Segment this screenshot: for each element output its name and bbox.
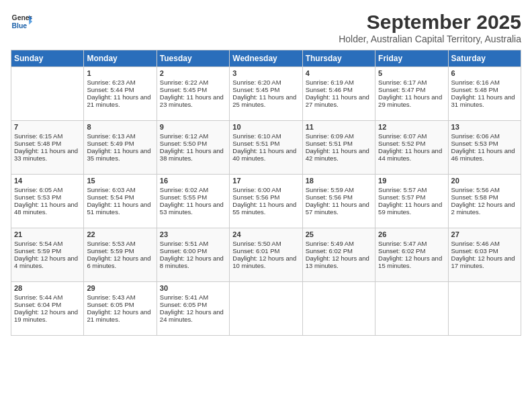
sunset-text: Sunset: 5:54 PM — [87, 193, 134, 201]
sunrise-text: Sunrise: 6:12 AM — [160, 132, 208, 140]
day-number: 12 — [378, 123, 445, 131]
sunset-text: Sunset: 5:46 PM — [306, 86, 353, 93]
sunrise-text: Sunrise: 6:02 AM — [160, 186, 208, 193]
calendar-cell: 2Sunrise: 6:22 AMSunset: 5:45 PMDaylight… — [157, 67, 229, 121]
sunrise-text: Sunrise: 6:06 AM — [451, 132, 500, 140]
daylight-text: Daylight: 11 hours and 44 minutes. — [378, 147, 442, 162]
sunrise-text: Sunrise: 5:59 AM — [306, 186, 354, 193]
sunrise-text: Sunrise: 5:50 AM — [232, 240, 281, 247]
col-header-tuesday: Tuesday — [157, 50, 229, 67]
sunrise-text: Sunrise: 6:23 AM — [87, 79, 135, 86]
calendar-cell: 17Sunrise: 6:00 AMSunset: 5:56 PMDayligh… — [230, 175, 302, 228]
daylight-text: Daylight: 11 hours and 25 minutes. — [232, 93, 296, 108]
day-number: 23 — [160, 230, 226, 238]
calendar-cell: 4Sunrise: 6:19 AMSunset: 5:46 PMDaylight… — [302, 67, 375, 121]
daylight-text: Daylight: 12 hours and 2 minutes. — [451, 201, 515, 216]
day-number: 27 — [451, 230, 518, 238]
sunset-text: Sunset: 5:45 PM — [232, 86, 279, 93]
sunset-text: Sunset: 6:05 PM — [160, 301, 207, 308]
daylight-text: Daylight: 11 hours and 38 minutes. — [160, 147, 224, 162]
day-number: 11 — [306, 123, 372, 131]
day-number: 28 — [14, 284, 81, 292]
daylight-text: Daylight: 11 hours and 21 minutes. — [87, 93, 150, 108]
daylight-text: Daylight: 12 hours and 10 minutes. — [232, 255, 296, 269]
calendar-cell: 30Sunrise: 5:41 AMSunset: 6:05 PMDayligh… — [157, 282, 229, 336]
calendar-cell: 28Sunrise: 5:44 AMSunset: 6:04 PMDayligh… — [11, 282, 84, 336]
day-number: 2 — [160, 69, 226, 77]
daylight-text: Daylight: 11 hours and 46 minutes. — [451, 147, 515, 162]
day-number: 24 — [232, 230, 299, 238]
day-number: 19 — [378, 177, 445, 185]
page-header: General Blue September 2025 Holder, Aust… — [11, 11, 521, 44]
day-number: 3 — [232, 69, 299, 77]
sunset-text: Sunset: 5:51 PM — [306, 140, 353, 147]
sunrise-text: Sunrise: 5:47 AM — [378, 240, 427, 247]
calendar-cell: 24Sunrise: 5:50 AMSunset: 6:01 PMDayligh… — [230, 228, 302, 282]
calendar-cell — [302, 282, 375, 336]
daylight-text: Daylight: 11 hours and 59 minutes. — [378, 201, 442, 216]
daylight-text: Daylight: 12 hours and 24 minutes. — [160, 308, 224, 323]
day-number: 21 — [14, 230, 81, 238]
calendar-cell: 11Sunrise: 6:09 AMSunset: 5:51 PMDayligh… — [302, 121, 375, 175]
day-number: 17 — [232, 177, 299, 185]
day-number: 30 — [160, 284, 226, 292]
sunrise-text: Sunrise: 6:09 AM — [306, 132, 354, 140]
daylight-text: Daylight: 11 hours and 23 minutes. — [160, 93, 224, 108]
col-header-saturday: Saturday — [448, 50, 521, 67]
sunset-text: Sunset: 6:03 PM — [451, 247, 498, 255]
sunset-text: Sunset: 5:50 PM — [160, 140, 207, 147]
sunset-text: Sunset: 5:49 PM — [87, 140, 134, 147]
day-number: 29 — [87, 284, 153, 292]
logo-icon: General Blue — [11, 11, 32, 32]
calendar-cell — [448, 282, 521, 336]
calendar-cell: 8Sunrise: 6:13 AMSunset: 5:49 PMDaylight… — [84, 121, 157, 175]
sunrise-text: Sunrise: 5:54 AM — [14, 240, 62, 247]
sunrise-text: Sunrise: 5:56 AM — [451, 186, 500, 193]
daylight-text: Daylight: 12 hours and 4 minutes. — [14, 255, 78, 269]
sunrise-text: Sunrise: 6:00 AM — [232, 186, 281, 193]
location-subtitle: Holder, Australian Capital Territory, Au… — [339, 34, 521, 44]
sunrise-text: Sunrise: 6:22 AM — [160, 79, 208, 86]
calendar-cell: 10Sunrise: 6:10 AMSunset: 5:51 PMDayligh… — [230, 121, 302, 175]
title-block: September 2025 Holder, Australian Capita… — [339, 11, 521, 44]
sunset-text: Sunset: 5:48 PM — [14, 140, 61, 147]
calendar-cell: 1Sunrise: 6:23 AMSunset: 5:44 PMDaylight… — [84, 67, 157, 121]
sunset-text: Sunset: 5:56 PM — [232, 193, 279, 201]
daylight-text: Daylight: 11 hours and 55 minutes. — [232, 201, 296, 216]
sunrise-text: Sunrise: 6:10 AM — [232, 132, 281, 140]
sunrise-text: Sunrise: 6:20 AM — [232, 79, 281, 86]
month-title: September 2025 — [339, 11, 521, 34]
calendar-cell: 3Sunrise: 6:20 AMSunset: 5:45 PMDaylight… — [230, 67, 302, 121]
calendar-cell — [375, 282, 448, 336]
daylight-text: Daylight: 12 hours and 13 minutes. — [306, 255, 369, 269]
sunset-text: Sunset: 6:04 PM — [14, 301, 61, 308]
sunrise-text: Sunrise: 6:13 AM — [87, 132, 135, 140]
daylight-text: Daylight: 11 hours and 51 minutes. — [87, 201, 150, 216]
sunrise-text: Sunrise: 5:57 AM — [378, 186, 427, 193]
calendar-cell: 22Sunrise: 5:53 AMSunset: 5:59 PMDayligh… — [84, 228, 157, 282]
sunrise-text: Sunrise: 5:43 AM — [87, 293, 135, 301]
day-number: 8 — [87, 123, 153, 131]
daylight-text: Daylight: 11 hours and 33 minutes. — [14, 147, 78, 162]
sunrise-text: Sunrise: 5:44 AM — [14, 293, 62, 301]
daylight-text: Daylight: 11 hours and 35 minutes. — [87, 147, 150, 162]
daylight-text: Daylight: 12 hours and 21 minutes. — [87, 308, 150, 323]
daylight-text: Daylight: 11 hours and 53 minutes. — [160, 201, 224, 216]
sunset-text: Sunset: 5:58 PM — [451, 193, 498, 201]
sunset-text: Sunset: 6:02 PM — [378, 247, 425, 255]
calendar-cell: 21Sunrise: 5:54 AMSunset: 5:59 PMDayligh… — [11, 228, 84, 282]
sunset-text: Sunset: 5:52 PM — [378, 140, 425, 147]
sunrise-text: Sunrise: 6:05 AM — [14, 186, 62, 193]
calendar-cell: 18Sunrise: 5:59 AMSunset: 5:56 PMDayligh… — [302, 175, 375, 228]
logo: General Blue — [11, 11, 32, 32]
daylight-text: Daylight: 12 hours and 8 minutes. — [160, 255, 224, 269]
day-number: 14 — [14, 177, 81, 185]
calendar-cell — [11, 67, 84, 121]
sunset-text: Sunset: 5:53 PM — [14, 193, 61, 201]
calendar-cell: 6Sunrise: 6:16 AMSunset: 5:48 PMDaylight… — [448, 67, 521, 121]
svg-text:Blue: Blue — [12, 22, 28, 30]
daylight-text: Daylight: 12 hours and 19 minutes. — [14, 308, 78, 323]
day-number: 20 — [451, 177, 518, 185]
sunset-text: Sunset: 5:56 PM — [306, 193, 353, 201]
sunrise-text: Sunrise: 5:46 AM — [451, 240, 500, 247]
